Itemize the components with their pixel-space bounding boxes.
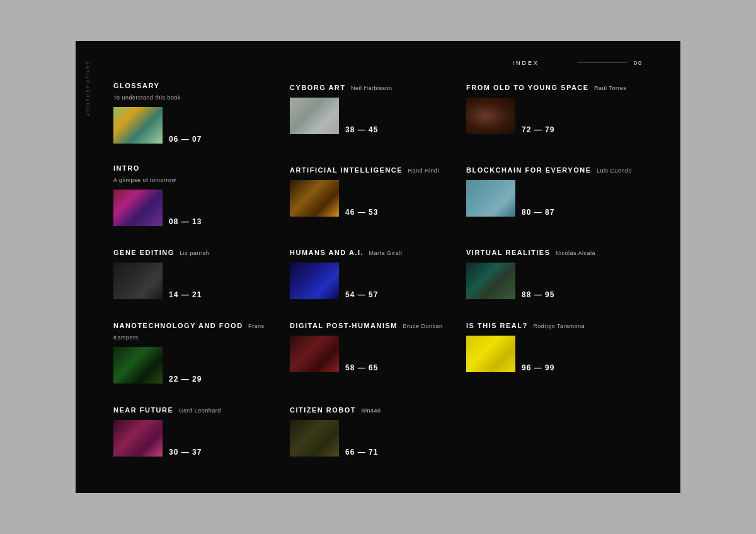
entry-pages: 96 — 99 bbox=[522, 363, 554, 372]
thumb-image bbox=[113, 347, 163, 383]
entry-glossary[interactable]: GLOSSARY To understand this book 06 — 07 bbox=[113, 72, 290, 155]
entry-pages: 72 — 79 bbox=[522, 125, 554, 134]
thumb-image bbox=[290, 98, 339, 134]
entry-author: Liz parrish bbox=[180, 250, 209, 256]
thumb-image bbox=[290, 180, 339, 217]
thumb-image bbox=[290, 263, 339, 299]
entry-author: Raúl Torres bbox=[594, 85, 626, 91]
entry-title-block: CYBORG ART Neil Harbisson bbox=[290, 81, 460, 93]
entry-pages: 06 — 07 bbox=[169, 135, 202, 144]
thumb-container: 66 — 71 bbox=[290, 420, 460, 457]
entry-pages: 08 — 13 bbox=[169, 217, 202, 226]
entry-title: VIRTUAL REALITIES bbox=[466, 249, 550, 256]
entry-title-block: IS THIS REAL? Rodrigo Taramona bbox=[466, 319, 636, 331]
entry-pages: 80 — 87 bbox=[522, 208, 554, 217]
index-label: INDEX bbox=[512, 60, 539, 66]
entry-digital-post[interactable]: DIGITAL POST-HUMANISM Bruce Duncan 58 — … bbox=[290, 310, 466, 395]
thumb-image bbox=[466, 263, 515, 299]
entry-title: FROM OLD TO YOUNG SPACE bbox=[466, 84, 589, 91]
entry-author: Neil Harbisson bbox=[351, 85, 392, 91]
entry-title: INTRO bbox=[113, 164, 284, 173]
entry-pages: 46 — 53 bbox=[345, 208, 378, 217]
entry-title: NEAR FUTURE bbox=[113, 406, 173, 414]
entry-title: BLOCKCHAIN FOR EVERYONE bbox=[466, 166, 592, 174]
hashtag-label: #DOTHEFUTURE bbox=[85, 60, 91, 116]
entry-title-block: ARTIFICIAL INTELLIGENCE Rand Hindi bbox=[290, 164, 460, 175]
thumb-container: 96 — 99 bbox=[466, 336, 636, 372]
thumb-container: 80 — 87 bbox=[466, 180, 636, 217]
entry-title: GLOSSARY bbox=[113, 81, 284, 91]
entry-near-future[interactable]: NEAR FUTURE Gerd Leonhard 30 — 37 bbox=[113, 395, 290, 468]
thumb-image bbox=[466, 180, 515, 217]
entry-author: Rand Hindi bbox=[408, 168, 440, 174]
entry-from-old-young[interactable]: FROM OLD TO YOUNG SPACE Raúl Torres 72 —… bbox=[466, 72, 643, 155]
entry-humans-ai[interactable]: HUMANS AND A.I. Marta Giralt 54 — 57 bbox=[290, 237, 466, 310]
thumb-container: 38 — 45 bbox=[290, 98, 460, 134]
entry-pages: 30 — 37 bbox=[169, 448, 202, 457]
entry-title: IS THIS REAL? bbox=[466, 322, 528, 329]
entry-virtual-realities[interactable]: VIRTUAL REALITIES Nicolás Alcalá 88 — 95 bbox=[466, 237, 643, 310]
header-row: INDEX 00 bbox=[113, 60, 643, 66]
entry-author: Bina48 bbox=[362, 407, 381, 414]
entry-pages: 88 — 95 bbox=[522, 290, 554, 299]
thumb-container: 06 — 07 bbox=[113, 107, 284, 144]
header-divider bbox=[577, 62, 627, 63]
entry-subtitle: A glimpse of tomorrow bbox=[113, 177, 176, 183]
thumb-image bbox=[466, 98, 515, 134]
entry-subtitle: To understand this book bbox=[113, 94, 181, 101]
entry-title: HUMANS AND A.I. bbox=[290, 249, 364, 256]
thumb-container: 58 — 65 bbox=[290, 336, 460, 372]
entry-pages: 14 — 21 bbox=[169, 290, 202, 299]
entry-title-block: FROM OLD TO YOUNG SPACE Raúl Torres bbox=[466, 81, 636, 93]
thumb-image bbox=[113, 420, 163, 457]
entry-pages: 22 — 29 bbox=[169, 375, 202, 383]
entry-title: CYBORG ART bbox=[290, 84, 346, 91]
thumb-image bbox=[290, 336, 339, 372]
entry-title-block: DIGITAL POST-HUMANISM Bruce Duncan bbox=[290, 319, 460, 331]
entry-cyborg-art[interactable]: CYBORG ART Neil Harbisson 38 — 45 bbox=[290, 72, 466, 155]
entry-title-block: BLOCKCHAIN FOR EVERYONE Luis Cuende bbox=[466, 164, 636, 175]
thumb-image bbox=[113, 107, 163, 144]
entry-author: Gerd Leonhard bbox=[179, 407, 221, 414]
entry-title: ARTIFICIAL INTELLIGENCE bbox=[290, 166, 403, 174]
entry-author: Luis Cuende bbox=[597, 168, 632, 174]
entry-nanotechnology[interactable]: NANOTECHNOLOGY AND FOOD Frans Kampers 22… bbox=[113, 310, 290, 395]
entry-blockchain[interactable]: BLOCKCHAIN FOR EVERYONE Luis Cuende 80 —… bbox=[466, 155, 643, 237]
thumb-container: 88 — 95 bbox=[466, 263, 636, 299]
content-grid: GLOSSARY To understand this book 06 — 07… bbox=[113, 72, 643, 469]
entry-title-block: NANOTECHNOLOGY AND FOOD Frans Kampers bbox=[113, 319, 284, 342]
entry-title-block: HUMANS AND A.I. Marta Giralt bbox=[290, 246, 460, 258]
thumb-image bbox=[113, 190, 163, 226]
entry-artificial-intelligence[interactable]: ARTIFICIAL INTELLIGENCE Rand Hindi 46 — … bbox=[290, 155, 466, 237]
entry-title-block: NEAR FUTURE Gerd Leonhard bbox=[113, 404, 284, 415]
thumb-container: 46 — 53 bbox=[290, 180, 460, 217]
entry-title-block: GENE EDITING Liz parrish bbox=[113, 246, 284, 258]
entry-gene-editing[interactable]: GENE EDITING Liz parrish 14 — 21 bbox=[113, 237, 290, 310]
entry-intro[interactable]: INTRO A glimpse of tomorrow 08 — 13 bbox=[113, 155, 290, 237]
entry-title: DIGITAL POST-HUMANISM bbox=[290, 322, 398, 329]
thumb-container: 72 — 79 bbox=[466, 98, 636, 134]
thumb-container: 30 — 37 bbox=[113, 420, 284, 457]
entry-is-this-real[interactable]: IS THIS REAL? Rodrigo Taramona 96 — 99 bbox=[466, 310, 643, 395]
thumb-container: 14 — 21 bbox=[113, 263, 284, 299]
thumb-image bbox=[113, 263, 163, 299]
entry-title: CITIZEN ROBOT bbox=[290, 406, 356, 414]
thumb-container: 22 — 29 bbox=[113, 347, 284, 383]
entry-author: Marta Giralt bbox=[369, 250, 402, 256]
thumb-image bbox=[466, 336, 515, 372]
entry-author: Rodrigo Taramona bbox=[533, 323, 585, 329]
thumb-container: 08 — 13 bbox=[113, 190, 284, 226]
entry-pages: 38 — 45 bbox=[345, 125, 378, 134]
entry-author: Bruce Duncan bbox=[403, 323, 443, 329]
entry-title-block: VIRTUAL REALITIES Nicolás Alcalá bbox=[466, 246, 636, 258]
entry-title: GENE EDITING bbox=[113, 249, 175, 256]
page: #DOTHEFUTURE INDEX 00 GLOSSARY To unders… bbox=[76, 41, 680, 494]
entry-citizen-robot[interactable]: CITIZEN ROBOT Bina48 66 — 71 bbox=[290, 395, 466, 468]
entry-pages: 58 — 65 bbox=[345, 363, 378, 372]
entry-pages: 54 — 57 bbox=[345, 290, 378, 299]
index-number: 00 bbox=[634, 60, 643, 66]
entry-title: NANOTECHNOLOGY AND FOOD bbox=[113, 322, 243, 329]
entry-author: Nicolás Alcalá bbox=[556, 250, 595, 256]
thumb-image bbox=[290, 420, 339, 457]
entry-title-block: CITIZEN ROBOT Bina48 bbox=[290, 404, 460, 415]
